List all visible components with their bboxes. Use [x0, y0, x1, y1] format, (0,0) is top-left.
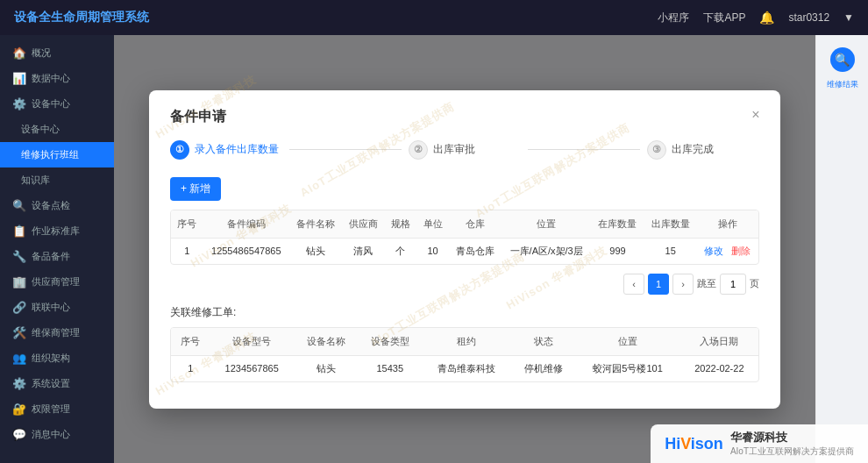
sidebar-item-datacenter[interactable]: 📊 数据中心 [0, 66, 114, 91]
sidebar-item-maintenance[interactable]: 🛠️ 维保商管理 [0, 320, 114, 345]
col-unit: 单位 [416, 210, 449, 239]
step-3-label: 出库完成 [672, 142, 714, 157]
cell-outbound: 15 [644, 238, 697, 264]
col2-name: 设备名称 [294, 328, 358, 356]
user-dropdown-icon[interactable]: ▼ [843, 11, 854, 24]
step-2: ② 出库审批 [409, 140, 521, 160]
cell2-location: 蛟河园5号楼101 [575, 355, 679, 381]
step-line-2 [528, 149, 640, 150]
work-order-table: 序号 设备型号 设备名称 设备类型 租约 状态 位置 入场日期 [171, 328, 758, 381]
prev-page-btn[interactable]: ‹ [623, 274, 644, 295]
sidebar-item-repair-team[interactable]: 维修执行班组 [0, 142, 114, 167]
search-icon: 🔍 [12, 199, 26, 212]
logo-hi-text: Hi [665, 435, 680, 452]
sidebar-item-supplier[interactable]: 🏢 供应商管理 [0, 269, 114, 295]
cell2-seq: 1 [171, 355, 210, 381]
col2-type: 设备类型 [358, 328, 422, 356]
sidebar-item-equipment[interactable]: ⚙️ 设备中心 [0, 91, 114, 117]
search-btn-right[interactable]: 🔍 [830, 47, 855, 72]
sidebar-item-permissions[interactable]: 🔐 权限管理 [0, 396, 114, 422]
tools-icon: 🛠️ [12, 326, 26, 339]
spare-parts-modal: 备件申请 × ① 录入备件出库数量 ② 出库审批 [149, 90, 780, 409]
sidebar-item-equip-sub[interactable]: 设备中心 [0, 117, 114, 142]
cell2-name: 钻头 [294, 355, 358, 381]
modal-close-btn[interactable]: × [745, 104, 766, 125]
sidebar-label-inspection: 设备点检 [32, 199, 70, 212]
cell2-date: 2022-02-22 [680, 355, 758, 381]
sidebar-label-knowledge: 知识库 [21, 174, 50, 187]
sidebar: 🏠 概况 📊 数据中心 ⚙️ 设备中心 设备中心 维修执行班组 知识库 🔍 [0, 35, 114, 463]
sidebar-section-main: 🏠 概况 📊 数据中心 ⚙️ 设备中心 设备中心 维修执行班组 知识库 🔍 [0, 35, 114, 452]
building-icon: 🏢 [12, 275, 26, 288]
sidebar-item-messages[interactable]: 💬 消息中心 [0, 422, 114, 447]
logo-info: 华睿源科技 AIoT工业互联网解决方案提供商 [730, 430, 854, 458]
col-name: 备件名称 [289, 210, 342, 239]
sidebar-item-spare-parts[interactable]: 🔧 备品备件 [0, 244, 114, 269]
sidebar-item-link[interactable]: 🔗 联联中心 [0, 295, 114, 320]
modal-overlay[interactable]: 备件申请 × ① 录入备件出库数量 ② 出库审批 [114, 35, 815, 463]
step-1: ① 录入备件出库数量 [170, 140, 282, 160]
right-sidebar: 🔍 维修结果 [815, 35, 868, 463]
logo-bar: HiVison 华睿源科技 AIoT工业互联网解决方案提供商 [651, 424, 868, 463]
edit-btn[interactable]: 修改 [704, 246, 723, 256]
sidebar-label-supplier: 供应商管理 [32, 275, 80, 288]
bell-icon[interactable]: 🔔 [759, 11, 774, 25]
logo-ision-text: ison [691, 435, 723, 452]
step-1-label: 录入备件出库数量 [195, 142, 279, 157]
sidebar-label-org: 组织架构 [32, 352, 70, 365]
sidebar-item-knowledge[interactable]: 知识库 [0, 167, 114, 193]
sidebar-label-repair-team: 维修执行班组 [21, 148, 79, 161]
sidebar-label-overview: 概况 [32, 46, 51, 60]
next-page-btn[interactable]: › [672, 274, 694, 295]
sidebar-item-inspection[interactable]: 🔍 设备点检 [0, 193, 114, 218]
cell2-rental: 青岛维泰科技 [422, 355, 511, 381]
sidebar-label-messages: 消息中心 [32, 428, 70, 441]
cell-code: 1255486547865 [203, 238, 289, 264]
home-icon: 🏠 [12, 46, 26, 60]
col-spec: 规格 [385, 210, 417, 239]
col-stock: 在库数量 [591, 210, 644, 239]
cell-stock: 999 [591, 238, 644, 264]
table1-header-row: 序号 备件编码 备件名称 供应商 规格 单位 仓库 位置 在库数量 出库数量 操 [171, 210, 758, 239]
col-outbound: 出库数量 [644, 210, 697, 239]
user-name: star0312 [788, 11, 829, 24]
sidebar-item-overview[interactable]: 🏠 概况 [0, 40, 114, 66]
sidebar-label-datacenter: 数据中心 [32, 72, 70, 85]
cell-supplier: 清风 [342, 238, 384, 264]
cell-ops: 修改 删除 [697, 238, 758, 264]
cell-location: 一库/A区/x架/3层 [502, 238, 591, 264]
right-item-repair-result[interactable]: 维修结果 [822, 75, 864, 94]
cell-unit: 10 [416, 238, 449, 264]
sidebar-item-settings[interactable]: ⚙️ 系统设置 [0, 371, 114, 396]
spare-parts-table: 序号 备件编码 备件名称 供应商 规格 单位 仓库 位置 在库数量 出库数量 操 [171, 210, 758, 264]
col-ops: 操作 [697, 210, 758, 239]
step-2-circle: ② [409, 140, 428, 160]
page-jump-input[interactable] [720, 274, 746, 295]
mini-program-btn[interactable]: 小程序 [658, 11, 689, 25]
logo-v-text: V [680, 435, 691, 452]
gear-icon: ⚙️ [12, 97, 26, 110]
page-1-btn[interactable]: 1 [648, 274, 669, 295]
col-supplier: 供应商 [342, 210, 384, 239]
sidebar-item-standards[interactable]: 📋 作业标准库 [0, 218, 114, 244]
col2-seq: 序号 [171, 328, 210, 356]
chart-icon: 📊 [12, 72, 26, 85]
logo-subtitle: AIoT工业互联网解决方案提供商 [730, 445, 854, 458]
col-seq: 序号 [171, 210, 203, 239]
chat-icon: 💬 [12, 428, 26, 441]
sidebar-label-spare-parts: 备品备件 [32, 250, 70, 263]
delete-btn[interactable]: 删除 [731, 246, 751, 256]
col2-status: 状态 [511, 328, 575, 356]
top-nav-right: 小程序 下载APP 🔔 star0312 ▼ [658, 11, 854, 25]
cell-warehouse: 青岛仓库 [449, 238, 502, 264]
add-item-btn[interactable]: + 新增 [170, 177, 221, 201]
col2-rental: 租约 [422, 328, 511, 356]
download-app-btn[interactable]: 下载APP [703, 11, 745, 25]
link-icon: 🔗 [12, 301, 26, 314]
sidebar-label-maintenance: 维保商管理 [32, 326, 80, 339]
settings-icon: ⚙️ [12, 377, 26, 390]
sidebar-item-org[interactable]: 👥 组织架构 [0, 345, 114, 371]
col2-date: 入场日期 [680, 328, 758, 356]
sidebar-label-equip-sub: 设备中心 [21, 123, 60, 136]
wrench-icon: 🔧 [12, 250, 26, 263]
